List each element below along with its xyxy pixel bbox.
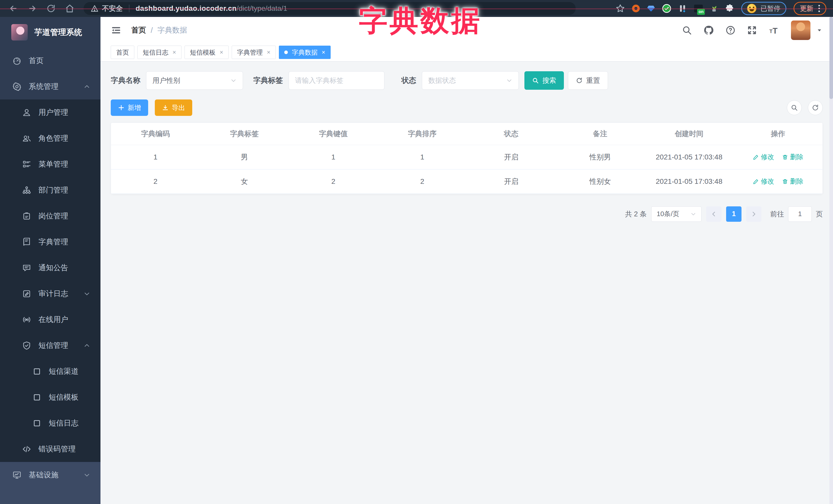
delete-link[interactable]: 删除 bbox=[782, 177, 804, 186]
sidebar-item-infrastructure[interactable]: 基础设施 bbox=[0, 462, 100, 488]
header-search-icon[interactable] bbox=[682, 25, 692, 35]
goto-page-input[interactable] bbox=[788, 207, 812, 222]
show-search-toggle-button[interactable] bbox=[787, 100, 802, 115]
app-logo-row[interactable]: 芋道管理系统 bbox=[0, 17, 100, 48]
table-row[interactable]: 2 女 2 2 开启 性别女 2021-01-05 17:03:48 修改 删除 bbox=[111, 169, 823, 194]
edit-link[interactable]: 修改 bbox=[753, 177, 774, 186]
sidebar-item-dict[interactable]: 字典管理 bbox=[0, 229, 100, 255]
sidebar-item-sms[interactable]: 短信管理 bbox=[0, 333, 100, 358]
menu-list-icon bbox=[22, 160, 31, 169]
plus-icon bbox=[118, 104, 124, 111]
page-unit-label: 页 bbox=[816, 210, 823, 219]
shield-check-icon bbox=[22, 341, 31, 350]
chevron-up-icon bbox=[84, 83, 90, 90]
sidebar-toggle-icon[interactable] bbox=[111, 25, 121, 35]
fullscreen-icon[interactable] bbox=[747, 25, 757, 35]
col-header: 创建时间 bbox=[645, 123, 734, 145]
close-icon[interactable]: × bbox=[322, 49, 325, 55]
pagination-total: 共 2 条 bbox=[625, 210, 647, 219]
page-size-select[interactable]: 10条/页 bbox=[651, 207, 701, 222]
delete-link[interactable]: 删除 bbox=[782, 152, 804, 162]
annotation-title: 字典数据 bbox=[359, 2, 482, 40]
search-icon bbox=[532, 77, 539, 84]
system-submenu: 用户管理 角色管理 菜单管理 部门管理 岗位管理 字典管理 通知公告 审计日志 bbox=[0, 99, 100, 462]
page-body: 字典名称 用户性别 字典标签 状态 数据状态 搜索 bbox=[100, 62, 833, 222]
edit-link[interactable]: 修改 bbox=[753, 152, 774, 162]
dict-tag-label: 字典标签 bbox=[253, 75, 283, 86]
chevron-down-icon bbox=[231, 77, 237, 83]
sidebar-item-home[interactable]: 首页 bbox=[0, 48, 100, 74]
sidebar-item-roles[interactable]: 角色管理 bbox=[0, 125, 100, 151]
user-avatar[interactable] bbox=[791, 21, 810, 40]
tags-view-bar: 首页 短信日志× 短信模板× 字典管理× 字典数据× bbox=[100, 44, 833, 62]
chevron-down-icon bbox=[690, 211, 696, 217]
dict-name-select[interactable]: 用户性别 bbox=[146, 71, 243, 90]
trash-icon bbox=[782, 178, 788, 185]
add-button[interactable]: 新增 bbox=[111, 99, 148, 116]
search-button[interactable]: 搜索 bbox=[524, 71, 564, 90]
sidebar-item-posts[interactable]: 岗位管理 bbox=[0, 203, 100, 229]
page-number-button[interactable]: 1 bbox=[726, 207, 741, 222]
sidebar-item-sms-template[interactable]: 短信模板 bbox=[0, 384, 100, 410]
breadcrumb-home[interactable]: 首页 bbox=[131, 25, 146, 35]
close-icon[interactable]: × bbox=[267, 49, 270, 55]
sidebar-item-users[interactable]: 用户管理 bbox=[0, 99, 100, 125]
chevron-left-icon bbox=[711, 211, 717, 217]
sidebar-item-sms-channel[interactable]: 短信渠道 bbox=[0, 358, 100, 384]
col-header: 字典编码 bbox=[111, 123, 200, 145]
sidebar-item-menus[interactable]: 菜单管理 bbox=[0, 151, 100, 177]
pagination: 共 2 条 10条/页 1 前往 页 bbox=[111, 207, 823, 222]
close-icon[interactable]: × bbox=[172, 49, 176, 55]
refresh-table-button[interactable] bbox=[808, 100, 823, 115]
breadcrumb-separator: / bbox=[151, 26, 153, 34]
reset-button[interactable]: 重置 bbox=[568, 71, 608, 90]
sidebar-item-notice[interactable]: 通知公告 bbox=[0, 255, 100, 281]
export-button[interactable]: 导出 bbox=[155, 99, 192, 116]
status-select[interactable]: 数据状态 bbox=[422, 71, 519, 90]
dict-data-table: 字典编码 字典标签 字典键值 字典排序 状态 备注 创建时间 操作 1 男 1 bbox=[111, 123, 823, 194]
dict-tag-input[interactable] bbox=[295, 77, 378, 85]
square-icon bbox=[32, 367, 42, 376]
dict-tag-input-wrap bbox=[289, 71, 384, 90]
sidebar-item-departments[interactable]: 部门管理 bbox=[0, 177, 100, 203]
prev-page-button[interactable] bbox=[706, 207, 721, 222]
github-icon[interactable] bbox=[703, 25, 714, 35]
chevron-right-icon bbox=[751, 211, 757, 217]
tab-dict-manage[interactable]: 字典管理× bbox=[232, 46, 276, 59]
gear-icon bbox=[12, 82, 22, 91]
scrollbar[interactable] bbox=[829, 17, 833, 504]
tab-sms-log[interactable]: 短信日志× bbox=[137, 46, 182, 59]
help-icon[interactable] bbox=[725, 25, 736, 35]
user-menu-caret-icon[interactable] bbox=[816, 27, 823, 33]
table-row[interactable]: 1 男 1 1 开启 性别男 2021-01-05 17:03:48 修改 删除 bbox=[111, 145, 823, 169]
sidebar-filler bbox=[0, 488, 100, 504]
refresh-icon bbox=[576, 77, 582, 84]
sidebar: 芋道管理系统 首页 系统管理 用户管理 角色管理 菜单管理 部门管理 岗位管理 bbox=[0, 17, 100, 504]
font-size-icon[interactable]: TT bbox=[768, 25, 780, 36]
close-icon[interactable]: × bbox=[220, 49, 223, 55]
next-page-button[interactable] bbox=[746, 207, 761, 222]
col-header: 备注 bbox=[556, 123, 645, 145]
edit-icon bbox=[753, 178, 759, 185]
goto-label: 前往 bbox=[770, 210, 784, 219]
col-header: 字典标签 bbox=[200, 123, 289, 145]
square-icon bbox=[32, 393, 42, 402]
sidebar-item-system[interactable]: 系统管理 bbox=[0, 74, 100, 99]
active-dot-icon bbox=[284, 50, 288, 54]
refresh-icon bbox=[812, 104, 819, 111]
chevron-down-icon bbox=[506, 77, 513, 83]
status-label: 状态 bbox=[401, 75, 416, 86]
announcement-icon bbox=[22, 263, 31, 272]
sidebar-item-error-code[interactable]: 错误码管理 bbox=[0, 436, 100, 462]
sidebar-item-sms-log[interactable]: 短信日志 bbox=[0, 410, 100, 436]
col-header: 字典排序 bbox=[378, 123, 467, 145]
scrollbar-thumb[interactable] bbox=[829, 17, 833, 99]
tab-home[interactable]: 首页 bbox=[111, 46, 134, 59]
dashboard-icon bbox=[12, 56, 22, 65]
dict-name-label: 字典名称 bbox=[111, 75, 140, 86]
sidebar-item-audit-log[interactable]: 审计日志 bbox=[0, 281, 100, 307]
tab-dict-data[interactable]: 字典数据× bbox=[279, 46, 331, 59]
col-header: 状态 bbox=[467, 123, 556, 145]
tab-sms-template[interactable]: 短信模板× bbox=[185, 46, 229, 59]
sidebar-item-online-users[interactable]: 在线用户 bbox=[0, 307, 100, 333]
